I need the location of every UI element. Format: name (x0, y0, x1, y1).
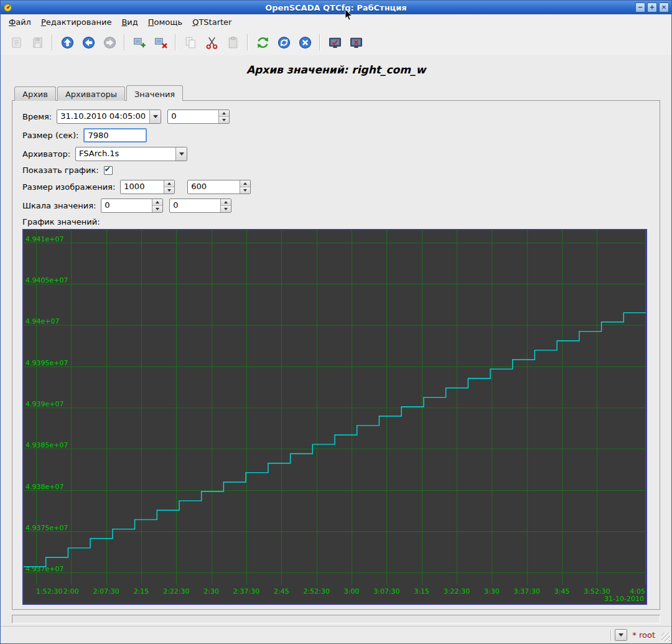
spin-down-icon[interactable] (164, 187, 174, 194)
svg-text:4.939e+07: 4.939e+07 (26, 400, 63, 408)
svg-text:3:30: 3:30 (484, 587, 500, 595)
refresh-button[interactable] (253, 32, 273, 52)
copy-item-button[interactable] (180, 32, 200, 52)
main-window: OpenSCADA QTCfg: РабСтнция − + ✕ Файл Ре… (0, 0, 672, 644)
show-graph-label: Показать график: (22, 166, 99, 175)
window-controls: − + ✕ (635, 2, 669, 12)
apply-changes-icon (328, 35, 342, 50)
svg-text:4.937e+07: 4.937e+07 (26, 565, 63, 573)
tab-archivers[interactable]: Архиваторы (57, 86, 125, 101)
tab-values[interactable]: Значения (126, 85, 183, 101)
scale-min-spinbox[interactable]: 0 (101, 198, 163, 213)
titlebar[interactable]: OpenSCADA QTCfg: РабСтнция − + ✕ (1, 1, 671, 14)
svg-text:2:00: 2:00 (63, 587, 79, 595)
svg-text:1:52:30: 1:52:30 (36, 587, 62, 595)
spin-down-icon[interactable] (240, 187, 250, 194)
chevron-down-icon[interactable] (149, 110, 161, 123)
spin-down-icon[interactable] (152, 206, 162, 212)
svg-text:4.941e+07: 4.941e+07 (26, 235, 63, 243)
menu-edit[interactable]: Редактирование (36, 16, 116, 29)
spin-up-icon[interactable] (221, 199, 231, 206)
chevron-down-icon[interactable] (175, 147, 187, 161)
minimize-button[interactable]: − (635, 2, 645, 12)
start-update-button[interactable] (274, 32, 294, 52)
svg-text:2:45: 2:45 (274, 587, 289, 595)
spin-up-icon[interactable] (219, 110, 229, 117)
image-size-row: Размер изображения: 1000 600 (22, 180, 650, 194)
menu-file[interactable]: Файл (4, 16, 36, 29)
svg-text:4.9395e+07: 4.9395e+07 (26, 359, 68, 367)
add-item-button[interactable] (129, 32, 149, 52)
svg-text:2:15: 2:15 (134, 587, 149, 595)
value-scale-label: Шкала значения: (22, 201, 96, 210)
spin-up-icon[interactable] (164, 180, 174, 187)
toolbar-separator (175, 34, 176, 50)
delete-item-button[interactable] (151, 32, 170, 52)
time-label: Время: (22, 112, 52, 121)
resize-grip[interactable] (661, 633, 670, 642)
forward-icon (103, 35, 117, 50)
spin-up-icon[interactable] (240, 180, 250, 187)
image-height-spinbox[interactable]: 600 (187, 180, 251, 194)
paste-item-button[interactable] (223, 32, 243, 52)
spin-down-icon[interactable] (221, 206, 231, 212)
svg-text:3:15: 3:15 (414, 587, 429, 595)
spin-down-icon[interactable] (219, 117, 229, 123)
cut-item-button[interactable] (202, 32, 222, 52)
svg-text:31-10-2010: 31-10-2010 (604, 595, 644, 603)
size-row: Размер (сек): (22, 128, 650, 142)
svg-text:3:00: 3:00 (344, 587, 360, 595)
archiver-row: Архиватор: FSArch.1s (22, 147, 650, 161)
toolbar-separator (319, 34, 320, 50)
maximize-button[interactable]: + (647, 2, 657, 12)
image-width-value: 1000 (121, 180, 164, 194)
time-row: Время: 31.10.2010 04:05:00 0 (22, 110, 650, 124)
archiver-combo[interactable]: FSArch.1s (75, 147, 187, 161)
cut-item-icon (205, 35, 219, 50)
bottom-panel (12, 615, 660, 623)
toolbar-separator (247, 34, 248, 50)
paste-item-icon (226, 35, 240, 50)
image-width-spinbox[interactable]: 1000 (120, 180, 175, 194)
menu-help[interactable]: Помощь (143, 16, 187, 29)
user-combo[interactable] (615, 629, 627, 641)
archiver-value: FSArch.1s (76, 147, 175, 161)
scale-max-spinbox[interactable]: 0 (169, 198, 231, 213)
svg-text:4.9385e+07: 4.9385e+07 (26, 441, 68, 449)
time-usec-spinbox[interactable]: 0 (167, 110, 230, 124)
menu-qtstarter[interactable]: QTStarter (187, 16, 236, 29)
tab-archive[interactable]: Архив (14, 86, 56, 101)
apply-changes-button[interactable] (325, 32, 345, 52)
toolbar-separator (52, 34, 53, 50)
show-graph-checkbox[interactable] (104, 166, 113, 175)
forward-button[interactable] (100, 32, 119, 52)
svg-text:4.94e+07: 4.94e+07 (26, 317, 59, 325)
toolbar-separator (124, 34, 125, 50)
copy-item-icon (184, 35, 198, 50)
time-combo[interactable]: 31.10.2010 04:05:00 (57, 110, 161, 124)
load-button[interactable] (6, 32, 26, 52)
time-value: 31.10.2010 04:05:00 (57, 110, 149, 123)
menubar: Файл Редактирование Вид Помощь QTStarter (1, 14, 671, 30)
spin-up-icon[interactable] (152, 199, 162, 206)
svg-text:2:07:30: 2:07:30 (93, 587, 119, 595)
size-input[interactable] (83, 128, 147, 142)
current-user-label: * root (632, 630, 655, 640)
cancel-changes-icon (349, 35, 363, 50)
svg-text:3:22:30: 3:22:30 (444, 587, 470, 595)
start-update-icon (277, 35, 291, 50)
back-button[interactable] (78, 32, 98, 52)
save-button[interactable] (27, 32, 47, 52)
close-button[interactable]: ✕ (659, 2, 669, 12)
stop-update-button[interactable] (295, 32, 315, 52)
statusbar-separator (610, 630, 612, 641)
menu-view[interactable]: Вид (116, 16, 142, 29)
stop-update-icon (298, 35, 312, 50)
window-title: OpenSCADA QTCfg: РабСтнция (1, 3, 671, 12)
cancel-changes-button[interactable] (346, 32, 366, 52)
values-panel: Время: 31.10.2010 04:05:00 0 Размер (сек… (12, 100, 660, 610)
time-usec-value: 0 (168, 110, 218, 123)
svg-text:4.938e+07: 4.938e+07 (26, 483, 63, 491)
svg-text:4.9375e+07: 4.9375e+07 (26, 524, 68, 532)
up-button[interactable] (57, 32, 77, 52)
